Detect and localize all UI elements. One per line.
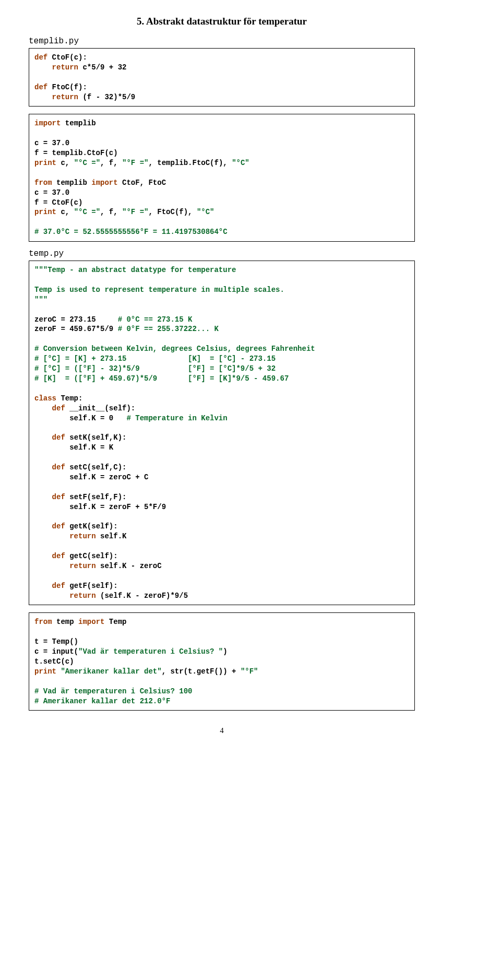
code-block-3: """Temp - an abstract datatype for tempe…: [29, 261, 415, 605]
code-block-4: from temp import Temp t = Temp() c = inp…: [29, 612, 415, 711]
filename-templib: templib.py: [29, 37, 415, 46]
code-block-1: def CtoF(c): return c*5/9 + 32 def FtoC(…: [29, 48, 415, 107]
code-block-2: import templib c = 37.0 f = templib.CtoF…: [29, 114, 415, 242]
filename-temp: temp.py: [29, 249, 415, 258]
page-number: 4: [29, 726, 415, 735]
section-heading: 5. Abstrakt datastruktur för temperatur: [29, 16, 415, 27]
